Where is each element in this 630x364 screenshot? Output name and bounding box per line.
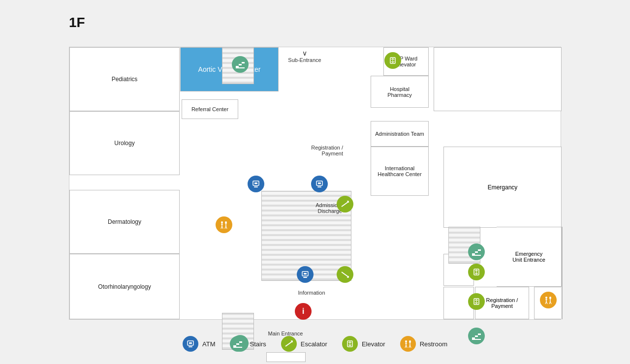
svg-line-72 — [410, 345, 411, 348]
legend-atm: ATM — [183, 336, 215, 352]
svg-rect-55 — [189, 342, 192, 344]
svg-point-10 — [221, 221, 223, 223]
legend-stairs-label: Stairs — [250, 340, 266, 348]
room-urology: Urology — [69, 111, 180, 175]
atm-left-icon — [248, 176, 264, 192]
floor-map: Pediatrics Urology Dermatology Otorhinol… — [69, 47, 561, 320]
svg-rect-30 — [472, 255, 481, 256]
svg-rect-28 — [475, 251, 478, 253]
information-label: Information — [287, 290, 336, 296]
svg-line-60 — [285, 341, 292, 346]
atm-center-icon — [311, 176, 328, 192]
room-pediatrics: Pediatrics — [69, 47, 180, 111]
room-otorhinolaryngology: Otorhinolaryngology — [69, 254, 180, 319]
vip-elevator-icon — [384, 52, 401, 69]
legend-restroom-label: Restroom — [420, 340, 447, 348]
svg-point-63 — [405, 340, 407, 342]
floor-label: 1F — [69, 15, 85, 30]
legend-escalator: Escalator — [281, 336, 327, 352]
room-right-top — [434, 47, 562, 111]
svg-rect-6 — [254, 182, 257, 184]
escalator-icon-bot — [337, 266, 353, 283]
room-administration-team: Administration Team — [371, 121, 429, 147]
legend-escalator-label: Escalator — [301, 340, 327, 348]
sub-entrance-label: Sub-Entrance — [280, 49, 329, 63]
svg-rect-54 — [189, 346, 192, 347]
room-referral-center: Referral Center — [182, 99, 238, 119]
svg-rect-37 — [478, 334, 481, 335]
sub-entrance-arrow — [280, 49, 329, 57]
svg-rect-57 — [236, 343, 239, 345]
svg-line-52 — [550, 302, 551, 304]
svg-rect-29 — [478, 249, 481, 251]
svg-rect-27 — [472, 253, 475, 255]
atm-lower-icon — [297, 266, 314, 283]
svg-rect-5 — [254, 186, 258, 187]
restroom-right-icon — [540, 292, 557, 308]
info-icon: i — [295, 303, 312, 320]
svg-rect-56 — [233, 345, 236, 347]
legend-atm-label: ATM — [202, 340, 215, 348]
svg-line-69 — [406, 345, 407, 348]
right-edge-line — [562, 227, 563, 319]
svg-rect-0 — [236, 66, 239, 67]
svg-rect-3 — [236, 67, 245, 68]
svg-rect-8 — [317, 186, 321, 187]
legend-stairs: Stairs — [230, 336, 266, 352]
legend: ATM Stairs Escalator — [0, 336, 630, 352]
room-emergancy: Emergancy — [443, 147, 562, 228]
svg-line-20 — [342, 202, 348, 207]
svg-rect-9 — [318, 182, 321, 184]
elevator-lower-right-icon — [468, 293, 485, 310]
svg-line-21 — [342, 272, 348, 277]
room-emergency-unit-entrance: EmergencyUnit Entrance — [497, 227, 562, 287]
svg-rect-59 — [233, 347, 242, 348]
elevator-right-icon — [468, 264, 485, 280]
reg-payment-top-label: Registration / Payment — [294, 145, 343, 156]
legend-elevator-icon — [342, 336, 358, 352]
escalator-icon-top — [337, 196, 353, 212]
legend-elevator-label: Elevator — [362, 340, 385, 348]
legend-restroom: Restroom — [400, 336, 447, 352]
svg-rect-1 — [239, 64, 242, 65]
svg-line-16 — [222, 226, 223, 229]
svg-point-11 — [225, 221, 227, 223]
restroom-mid-icon — [216, 216, 232, 233]
legend-stairs-icon — [230, 336, 246, 352]
legend-elevator: Elevator — [342, 336, 385, 352]
admission-discharge-label: Admission/ Discharge — [293, 202, 342, 214]
room-dermatology: Dermatology — [69, 190, 180, 254]
svg-line-49 — [546, 302, 547, 304]
legend-atm-icon — [183, 336, 198, 352]
svg-rect-2 — [242, 62, 245, 63]
room-hospital-pharmacy: HospitalPharmacy — [371, 76, 429, 108]
svg-rect-58 — [239, 341, 242, 343]
svg-line-19 — [226, 226, 227, 229]
legend-restroom-icon — [400, 336, 416, 352]
legend-escalator-icon — [281, 336, 297, 352]
svg-rect-23 — [303, 277, 307, 278]
stairs-top-icon — [232, 56, 249, 73]
stairs-right-icon — [468, 243, 485, 260]
svg-rect-24 — [304, 273, 307, 274]
room-international-healthcare: InternationalHealthcare Center — [371, 147, 429, 196]
svg-point-43 — [545, 297, 547, 299]
